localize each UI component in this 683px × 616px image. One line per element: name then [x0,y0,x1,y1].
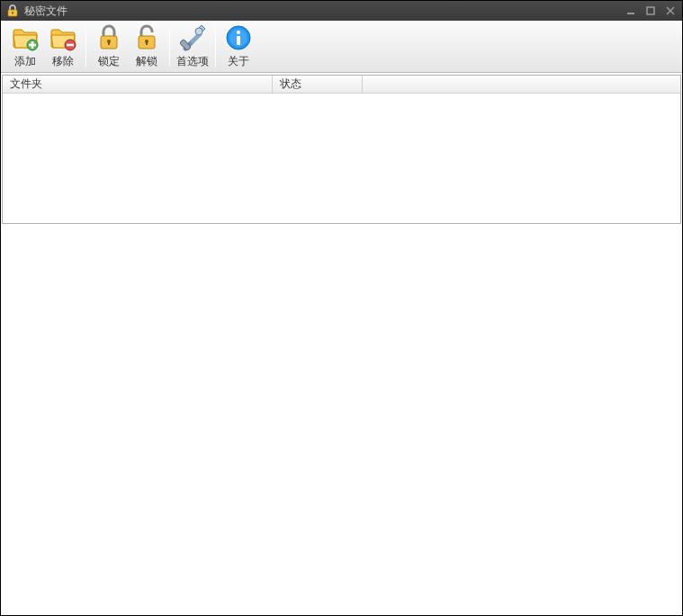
svg-rect-16 [180,40,192,51]
minimize-button[interactable] [625,4,637,17]
preferences-icon [178,23,207,52]
svg-rect-9 [67,44,74,47]
folder-remove-icon [49,23,77,52]
window-controls [625,4,677,17]
remove-label: 移除 [52,54,74,69]
lock-open-icon [132,23,161,52]
column-status[interactable]: 状态 [273,76,363,93]
svg-rect-15 [146,41,148,45]
remove-button[interactable]: 移除 [44,23,82,70]
info-icon [224,23,253,52]
svg-rect-2 [13,13,13,14]
toolbar-group-folder: 添加 移除 [6,23,82,70]
window-title: 秘密文件 [24,4,625,19]
preferences-label: 首选项 [176,54,209,69]
svg-point-20 [237,31,240,34]
list-body[interactable] [3,94,680,223]
svg-rect-12 [108,41,110,45]
toolbar-separator [169,27,170,67]
app-lock-icon [6,4,19,17]
folder-add-icon [11,23,40,52]
toolbar-separator [215,27,216,67]
svg-rect-7 [29,44,36,47]
lower-panel [1,225,682,615]
list-header: 文件夹 状态 [3,76,680,94]
svg-rect-21 [237,36,240,45]
svg-point-17 [195,28,202,35]
add-button[interactable]: 添加 [6,23,44,70]
column-folder[interactable]: 文件夹 [3,76,273,93]
column-spacer [363,76,680,93]
folder-list[interactable]: 文件夹 状态 [2,75,681,224]
toolbar-group-help: 关于 [220,23,257,70]
toolbar-group-lock: 锁定 解锁 [90,23,166,70]
toolbar-group-options: 首选项 [174,23,211,70]
maximize-button[interactable] [644,4,657,17]
svg-rect-4 [647,7,654,14]
preferences-button[interactable]: 首选项 [174,23,211,70]
column-status-label: 状态 [280,76,301,92]
toolbar-separator [85,27,86,67]
about-button[interactable]: 关于 [220,23,257,70]
lock-closed-icon [94,23,123,52]
about-label: 关于 [228,54,249,69]
add-label: 添加 [14,54,36,69]
lock-button[interactable]: 锁定 [90,23,128,70]
close-button[interactable] [664,4,677,17]
column-folder-label: 文件夹 [10,76,42,92]
main-window: 秘密文件 [0,0,683,616]
svg-rect-3 [627,13,634,14]
content-area: 文件夹 状态 [1,73,682,615]
unlock-button[interactable]: 解锁 [128,23,166,70]
lock-label: 锁定 [98,54,120,69]
unlock-label: 解锁 [136,54,157,69]
titlebar: 秘密文件 [1,1,682,21]
toolbar: 添加 移除 [1,21,682,73]
